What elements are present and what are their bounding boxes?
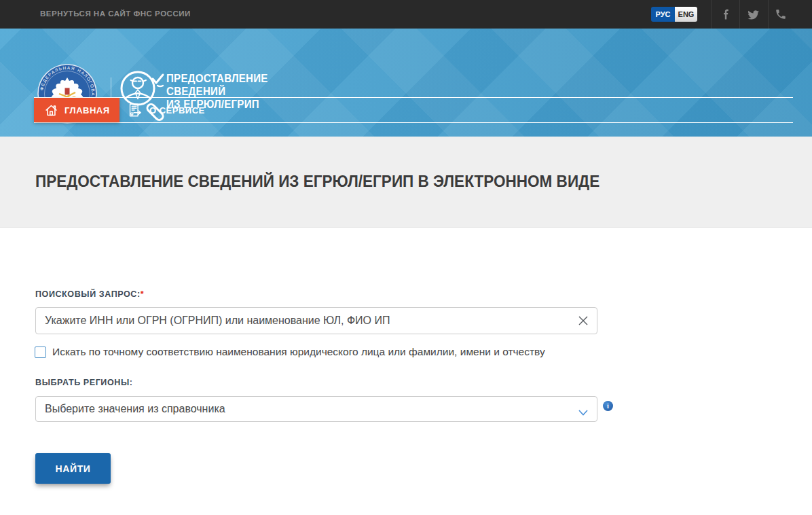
- site-header: ФЕДЕРАЛЬНАЯ НАЛОГОВАЯ СЛУЖБА: [0, 29, 812, 137]
- required-asterisk: *: [141, 289, 144, 299]
- service-title-line: ПРЕДОСТАВЛЕНИЕ: [166, 72, 268, 85]
- exact-match-label: Искать по точному соответствию наименова…: [52, 346, 545, 358]
- search-query-input[interactable]: [35, 307, 597, 334]
- egrul-service-page: ВЕРНУТЬСЯ НА САЙТ ФНС РОССИИ РУС ENG: [0, 0, 812, 515]
- exact-match-row: Искать по точному соответствию наименова…: [35, 346, 545, 358]
- nav-tab-home[interactable]: ГЛАВНАЯ: [34, 98, 119, 122]
- nav-tab-home-label: ГЛАВНАЯ: [64, 105, 110, 116]
- nav-tab-about[interactable]: О СЕРВИСЕ: [126, 98, 205, 122]
- search-button[interactable]: НАЙТИ: [35, 453, 111, 484]
- query-label: ПОИСКОВЫЙ ЗАПРОС:*: [35, 289, 144, 299]
- page-title: ПРЕДОСТАВЛЕНИЕ СВЕДЕНИЙ ИЗ ЕГРЮЛ/ЕГРИП В…: [35, 172, 599, 191]
- phone-icon[interactable]: [775, 8, 787, 20]
- info-icon[interactable]: i: [603, 401, 613, 411]
- home-icon: [44, 103, 58, 118]
- regions-label: ВЫБРАТЬ РЕГИОНЫ:: [35, 378, 132, 387]
- nav-rule-bottom: [34, 122, 793, 123]
- facebook-icon[interactable]: [720, 8, 732, 20]
- topbar-divider: [711, 0, 712, 29]
- lang-eng-button[interactable]: ENG: [675, 7, 697, 22]
- back-to-fns-link[interactable]: ВЕРНУТЬСЯ НА САЙТ ФНС РОССИИ: [40, 10, 191, 18]
- query-field-wrapper: [35, 307, 597, 334]
- regions-select-placeholder: Выберите значения из справочника: [45, 403, 225, 415]
- nav-tab-about-label: О СЕРВИСЕ: [149, 105, 205, 116]
- top-bar: ВЕРНУТЬСЯ НА САЙТ ФНС РОССИИ РУС ENG: [0, 0, 812, 29]
- page-title-band: ПРЕДОСТАВЛЕНИЕ СВЕДЕНИЙ ИЗ ЕГРЮЛ/ЕГРИП В…: [0, 137, 812, 228]
- topbar-divider: [739, 0, 740, 29]
- query-label-text: ПОИСКОВЫЙ ЗАПРОС:: [35, 289, 141, 299]
- document-icon: [126, 102, 143, 118]
- regions-select[interactable]: Выберите значения из справочника: [35, 396, 597, 422]
- clear-input-icon[interactable]: [578, 315, 589, 326]
- service-title-line: СВЕДЕНИЙ: [166, 85, 268, 98]
- exact-match-checkbox[interactable]: [35, 347, 46, 358]
- regions-label-text: ВЫБРАТЬ РЕГИОНЫ:: [35, 378, 132, 387]
- lang-rus-button[interactable]: РУС: [651, 7, 675, 22]
- language-switcher: РУС ENG: [651, 7, 697, 22]
- twitter-icon[interactable]: [747, 8, 759, 20]
- topbar-divider: [768, 0, 769, 29]
- chevron-down-icon[interactable]: [578, 406, 588, 412]
